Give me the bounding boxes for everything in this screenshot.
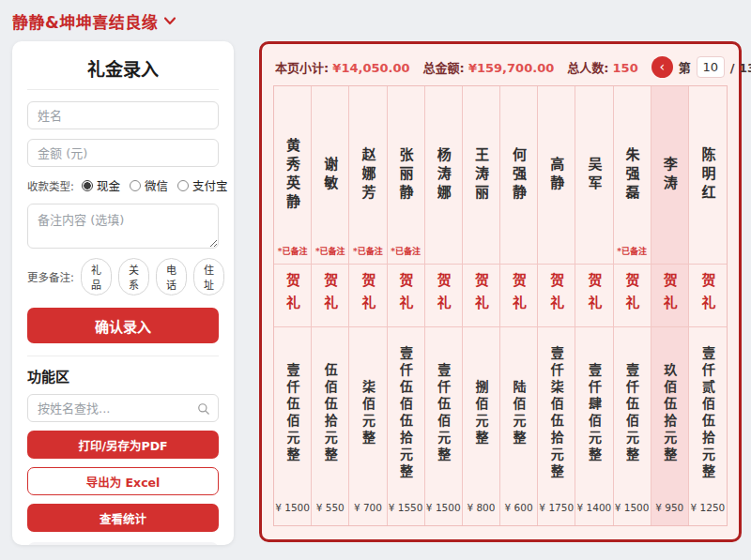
guest-name: 王涛丽 xyxy=(471,147,491,204)
guest-name: 吴军 xyxy=(584,157,604,194)
amount-cell: 壹仟肆佰元整 ¥ 1400 xyxy=(575,327,612,525)
notes-textarea[interactable] xyxy=(27,204,219,249)
payment-type-row: 收款类型: 现金 微信 支付宝 其他 xyxy=(27,176,219,194)
ledger-column[interactable]: 李涛 贺礼 玖佰伍拾元整 ¥ 950 xyxy=(651,86,689,525)
gift-cell: 贺礼 xyxy=(500,265,537,327)
amount-numeric: ¥ 600 xyxy=(505,494,533,525)
amount-cell: 壹仟伍佰伍拾元整 ¥ 1550 xyxy=(388,327,424,525)
amount-cell: 壹仟柒佰伍拾元整 ¥ 1750 xyxy=(538,327,575,525)
payment-radio[interactable]: 微信 xyxy=(130,176,168,194)
amount-capital: 陆佰元整 xyxy=(510,327,529,494)
app: 静静&坤坤喜结良缘 礼金录入 收款类型: 现金 微信 支付宝 其他 更多备注: xyxy=(0,0,751,560)
gift-cell: 贺礼 xyxy=(651,265,688,327)
gift-cell: 贺礼 xyxy=(312,265,348,327)
amount-cell: 壹仟伍佰元整 ¥ 1500 xyxy=(274,327,311,525)
note-chip[interactable]: 电话 xyxy=(156,258,187,295)
radio-label: 微信 xyxy=(145,176,168,194)
guest-name: 朱强磊 xyxy=(622,147,642,204)
guest-name: 陈明红 xyxy=(697,147,717,204)
name-cell: 黄秀英静 *已备注 xyxy=(274,86,311,265)
amount-cell: 柒佰元整 ¥ 700 xyxy=(349,327,386,525)
page-subtotal: 本页小计: ¥14,050.00 xyxy=(275,58,410,76)
page-subtotal-label: 本页小计: xyxy=(275,61,329,75)
ledger-column[interactable]: 黄秀英静 *已备注 贺礼 壹仟伍佰元整 ¥ 1500 xyxy=(274,86,312,525)
ledger-column[interactable]: 杨涛娜 贺礼 壹仟伍佰元整 ¥ 1500 xyxy=(425,86,463,525)
export-excel-button[interactable]: 导出为 Excel xyxy=(27,467,219,495)
amount-numeric: ¥ 1400 xyxy=(577,494,612,525)
amount-numeric: ¥ 1500 xyxy=(426,494,461,525)
radio-label: 支付宝 xyxy=(192,176,228,194)
gift-cell: 贺礼 xyxy=(575,265,612,327)
page-input[interactable] xyxy=(697,56,725,78)
ledger-column[interactable]: 朱强磊 *已备注 贺礼 壹仟伍佰元整 ¥ 1500 xyxy=(614,86,651,525)
page-subtotal-value: ¥14,050.00 xyxy=(332,61,409,75)
search-box xyxy=(27,394,219,422)
ledger-table: 黄秀英静 *已备注 贺礼 壹仟伍佰元整 ¥ 1500 谢敏 *已备注 贺礼 伍佰… xyxy=(273,85,728,526)
amount-capital: 伍佰伍拾元整 xyxy=(321,327,340,494)
guest-name: 李涛 xyxy=(660,157,680,194)
radio-circle-icon xyxy=(177,180,189,191)
confirm-entry-button[interactable]: 确认录入 xyxy=(27,308,219,343)
prev-page-button[interactable]: ‹ xyxy=(651,56,673,78)
gift-cell: 贺礼 xyxy=(538,265,575,327)
amount-numeric: ¥ 1550 xyxy=(389,494,423,525)
radio-label: 现金 xyxy=(97,176,120,194)
payment-options: 现金 微信 支付宝 其他 xyxy=(82,176,234,194)
entry-form-card: 礼金录入 收款类型: 现金 微信 支付宝 其他 更多备注: 礼品关系电话住址 确… xyxy=(12,41,234,545)
note-chip[interactable]: 关系 xyxy=(118,258,149,295)
gift-cell: 贺礼 xyxy=(388,265,424,327)
guest-name: 杨涛娜 xyxy=(434,147,453,204)
ledger-column[interactable]: 陈明红 贺礼 壹仟贰佰伍拾元整 ¥ 1250 xyxy=(689,86,727,525)
search-icon xyxy=(197,401,210,419)
gift-label: 贺礼 xyxy=(622,273,642,318)
amount-input[interactable] xyxy=(27,139,219,167)
gift-label: 贺礼 xyxy=(697,273,717,318)
radio-circle-icon xyxy=(130,180,141,191)
guest-name: 黄秀英静 xyxy=(283,138,302,213)
main-layout: 礼金录入 收款类型: 现金 微信 支付宝 其他 更多备注: 礼品关系电话住址 确… xyxy=(12,41,742,545)
guest-count: 总人数: 150 xyxy=(567,58,637,76)
gift-cell: 贺礼 xyxy=(425,265,462,327)
payment-radio[interactable]: 支付宝 xyxy=(177,176,228,194)
guest-count-label: 总人数: xyxy=(567,61,608,75)
amount-numeric: ¥ 700 xyxy=(354,494,382,525)
ledger-column[interactable]: 赵娜芳 *已备注 贺礼 柒佰元整 ¥ 700 xyxy=(349,86,387,525)
name-cell: 何强静 xyxy=(500,86,537,265)
ledger-column[interactable]: 吴军 贺礼 壹仟肆佰元整 ¥ 1400 xyxy=(575,86,613,525)
note-chip[interactable]: 礼品 xyxy=(81,258,112,295)
payment-radio[interactable]: 现金 xyxy=(82,176,120,194)
gift-label: 贺礼 xyxy=(283,273,302,318)
ledger-column[interactable]: 谢敏 *已备注 贺礼 伍佰伍拾元整 ¥ 550 xyxy=(312,86,349,525)
gift-cell: 贺礼 xyxy=(274,265,311,327)
grand-total-label: 总金额: xyxy=(423,61,465,75)
ledger-panel: 本页小计: ¥14,050.00 总金额: ¥159,700.00 总人数: 1… xyxy=(259,41,742,542)
amount-cell: 壹仟贰佰伍拾元整 ¥ 1250 xyxy=(689,327,727,525)
amount-numeric: ¥ 550 xyxy=(316,494,345,525)
gift-label: 贺礼 xyxy=(584,273,604,318)
view-stats-button[interactable]: 查看统计 xyxy=(27,504,219,532)
ledger-column[interactable]: 何强静 贺礼 陆佰元整 ¥ 600 xyxy=(500,86,538,525)
search-input[interactable] xyxy=(27,394,219,422)
name-input[interactable] xyxy=(27,101,219,129)
guest-name: 张丽静 xyxy=(396,147,416,204)
ledger-column[interactable]: 张丽静 *已备注 贺礼 壹仟伍佰伍拾元整 ¥ 1550 xyxy=(388,86,425,525)
amount-numeric: ¥ 950 xyxy=(655,494,683,525)
ledger-column[interactable]: 高静 贺礼 壹仟柒佰伍拾元整 ¥ 1750 xyxy=(538,86,575,525)
amount-capital: 壹仟柒佰伍拾元整 xyxy=(547,327,566,494)
name-cell: 赵娜芳 *已备注 xyxy=(349,86,386,265)
event-title-dropdown[interactable]: 静静&坤坤喜结良缘 xyxy=(12,8,742,33)
guest-name: 何强静 xyxy=(509,147,529,204)
gift-label: 贺礼 xyxy=(434,273,453,318)
ledger-column[interactable]: 王涛丽 贺礼 捌佰元整 ¥ 800 xyxy=(463,86,500,525)
note-chip[interactable]: 住址 xyxy=(193,258,224,295)
amount-numeric: ¥ 1250 xyxy=(691,494,726,525)
amount-cell: 伍佰伍拾元整 ¥ 550 xyxy=(312,327,348,525)
amount-capital: 捌佰元整 xyxy=(471,327,490,494)
gift-cell: 贺礼 xyxy=(689,265,727,327)
name-cell: 谢敏 *已备注 xyxy=(312,86,348,265)
chevron-down-icon xyxy=(164,17,176,25)
guest-name: 赵娜芳 xyxy=(358,147,377,204)
print-pdf-button[interactable]: 打印/另存为PDF xyxy=(27,431,219,459)
amount-numeric: ¥ 1500 xyxy=(615,494,650,525)
gift-label: 贺礼 xyxy=(509,273,529,318)
